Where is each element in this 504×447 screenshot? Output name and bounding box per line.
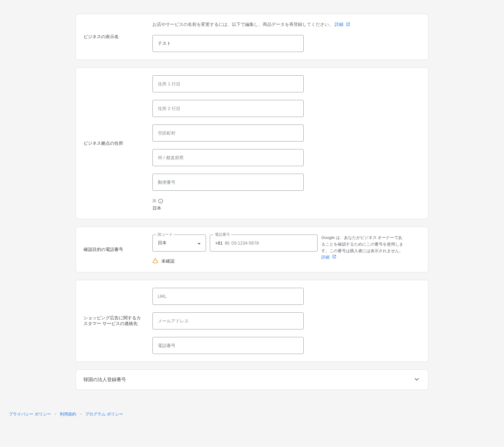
phone-link-text: 詳細 <box>321 255 329 259</box>
country-label: 国 <box>152 198 156 204</box>
email-input[interactable] <box>152 312 304 329</box>
address-line1-input[interactable] <box>152 75 304 92</box>
footer-sep: ・ <box>79 412 83 416</box>
country-code-label: 国コード <box>156 232 174 237</box>
phone-link[interactable]: 詳細 <box>321 255 336 259</box>
phone-description: Google は、あなたがビジネス オーナーであることを確認するためにこの番号を… <box>321 235 403 261</box>
cs-phone-input[interactable] <box>152 337 304 354</box>
open-in-new-icon <box>346 22 350 27</box>
business-name-input[interactable] <box>152 35 304 52</box>
customer-service-label: ショッピング広告に関するカスタマー サービスの連絡先 <box>83 315 145 327</box>
footer-program-link[interactable]: プログラム ポリシー <box>85 412 123 416</box>
postal-input[interactable] <box>152 174 304 191</box>
korean-registration-title: 韓国の法人登録番号 <box>83 377 126 383</box>
country-code-value: 日本 <box>158 240 167 246</box>
phone-prefix: +81 <box>215 241 223 246</box>
phone-number-label: 電話番号 <box>214 232 231 237</box>
footer-sep: ・ <box>53 412 57 416</box>
business-name-link-text: 詳細 <box>335 22 343 27</box>
footer-privacy-link[interactable]: プライバシー ポリシー <box>9 412 51 416</box>
chevron-down-icon <box>413 375 421 384</box>
state-input[interactable] <box>152 149 304 166</box>
business-name-label: ビジネスの表示名 <box>83 22 145 52</box>
business-name-link[interactable]: 詳細 <box>335 22 350 27</box>
business-name-help: お店やサービスの名前を変更するには、以下で編集し、商品データを再登録してください… <box>152 22 421 27</box>
phone-status: 未確認 <box>152 258 318 264</box>
country-value: 日本 <box>152 206 421 211</box>
city-input[interactable] <box>152 125 304 142</box>
address-line2-input[interactable] <box>152 100 304 117</box>
footer-terms-link[interactable]: 利用規約 <box>60 412 76 416</box>
korean-registration-expander[interactable]: 韓国の法人登録番号 <box>76 369 428 390</box>
footer: プライバシー ポリシー ・ 利用規約 ・ プログラム ポリシー <box>0 404 504 425</box>
business-name-help-text: お店やサービスの名前を変更するには、以下で編集し、商品データを再登録してください… <box>152 22 335 27</box>
open-in-new-icon <box>332 254 336 261</box>
info-icon[interactable] <box>158 199 163 204</box>
dropdown-arrow-icon <box>198 241 201 246</box>
phone-status-text: 未確認 <box>161 258 175 264</box>
customer-service-card: ショッピング広告に関するカスタマー サービスの連絡先 <box>76 280 428 362</box>
phone-number-input[interactable] <box>225 241 312 246</box>
phone-label: 確認目的の電話番号 <box>83 235 145 264</box>
warning-icon <box>152 258 158 264</box>
business-name-card: ビジネスの表示名 お店やサービスの名前を変更するには、以下で編集し、商品データを… <box>76 14 428 60</box>
phone-card: 確認目的の電話番号 国コード 日本 <box>76 227 428 272</box>
url-input[interactable] <box>152 288 304 305</box>
business-address-label: ビジネス拠点の住所 <box>83 75 145 211</box>
phone-description-text: Google は、あなたがビジネス オーナーであることを確認するためにこの番号を… <box>321 235 403 253</box>
business-address-card: ビジネス拠点の住所 国 日本 <box>76 67 428 219</box>
country-label-row: 国 <box>152 198 421 204</box>
